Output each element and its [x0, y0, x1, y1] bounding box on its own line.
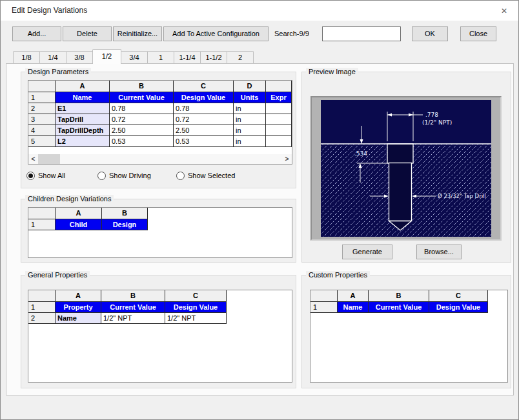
grid-corner-cell[interactable]: [28, 290, 56, 302]
preview-image-group: Preview Image: [301, 72, 511, 263]
close-button[interactable]: Close: [460, 26, 496, 41]
grid-cell[interactable]: Design: [102, 219, 148, 230]
grid-row-number[interactable]: 1: [28, 92, 56, 103]
grid-cell[interactable]: TapDrill: [56, 114, 110, 125]
grid-cell[interactable]: Name: [56, 313, 101, 324]
reinitialize-button[interactable]: Reinitialize...: [113, 26, 162, 41]
grid-cell[interactable]: [266, 103, 292, 114]
grid-cell[interactable]: 0.78: [110, 103, 174, 114]
grid-cell[interactable]: 2.50: [174, 125, 234, 136]
ok-button[interactable]: OK: [412, 26, 448, 41]
grid-row-number[interactable]: 1: [28, 302, 56, 313]
grid-cell[interactable]: in: [234, 136, 266, 147]
browse-button[interactable]: Browse...: [416, 245, 462, 259]
tab-3-8[interactable]: 3/8: [66, 51, 93, 63]
tab-1-2[interactable]: 1/2: [92, 49, 121, 64]
grid-row-number[interactable]: 3: [28, 114, 56, 125]
grid-cell[interactable]: Name: [338, 302, 369, 313]
grid-row: 4TapDrillDepth2.502.50in: [28, 125, 292, 136]
grid-corner-cell[interactable]: [28, 208, 56, 219]
grid-cell[interactable]: Property: [56, 302, 101, 313]
grid-column-header[interactable]: B: [102, 208, 148, 219]
grid-cell[interactable]: Design Value: [429, 302, 488, 313]
grid-row-number[interactable]: 4: [28, 125, 56, 136]
grid-cell[interactable]: Current Value: [369, 302, 429, 313]
grid-corner-cell[interactable]: [310, 290, 338, 302]
radio-circle-icon[interactable]: [26, 172, 35, 180]
grid-cell[interactable]: 0.53: [174, 136, 234, 147]
grid-corner-cell[interactable]: [28, 81, 56, 92]
grid-cell[interactable]: 1/2" NPT: [101, 313, 165, 324]
grid-header-row: ABC: [28, 290, 292, 302]
grid-cell[interactable]: 0.72: [110, 114, 174, 125]
grid-cell[interactable]: Current Value: [101, 302, 165, 313]
grid-row: 3TapDrill0.720.72in: [28, 114, 292, 125]
grid-column-header[interactable]: D: [234, 81, 266, 92]
radio-circle-icon[interactable]: [176, 172, 185, 180]
general-properties-label: General Properties: [25, 271, 90, 279]
horizontal-scrollbar[interactable]: <>: [28, 154, 292, 164]
radio-show-driving[interactable]: Show Driving: [97, 170, 151, 181]
grid-column-header[interactable]: B: [369, 290, 429, 302]
tab-3-4[interactable]: 3/4: [121, 51, 148, 63]
grid-row-number[interactable]: 1: [28, 219, 56, 230]
add-button[interactable]: Add...: [12, 26, 61, 41]
grid-row: 1PropertyCurrent ValueDesign Value: [28, 302, 292, 313]
grid-cell[interactable]: 2.50: [110, 125, 174, 136]
tab-2[interactable]: 2: [227, 51, 254, 63]
grid-column-header[interactable]: [266, 81, 292, 92]
close-icon[interactable]: ✕: [498, 5, 511, 17]
grid-row-number[interactable]: 5: [28, 136, 56, 147]
radio-show-selected[interactable]: Show Selected: [176, 170, 235, 181]
scroll-right-icon[interactable]: >: [282, 154, 292, 164]
tab-1-1-2[interactable]: 1-1/2: [200, 51, 227, 63]
scrollbar-thumb[interactable]: [38, 154, 60, 164]
grid-cell[interactable]: TapDrillDepth: [56, 125, 110, 136]
grid-cell[interactable]: [266, 125, 292, 136]
grid-row-number[interactable]: 1: [310, 302, 338, 313]
grid-cell[interactable]: in: [234, 103, 266, 114]
grid-cell[interactable]: 0.78: [174, 103, 234, 114]
grid-cell[interactable]: in: [234, 125, 266, 136]
grid-column-header[interactable]: A: [56, 290, 101, 302]
grid-row-number[interactable]: 2: [28, 313, 56, 324]
grid-cell[interactable]: 0.72: [174, 114, 234, 125]
grid-cell[interactable]: Current Value: [110, 92, 174, 103]
generate-button[interactable]: Generate: [342, 245, 392, 259]
grid-cell[interactable]: Design Value: [174, 92, 234, 103]
size-tabs: 1/81/43/81/23/411-1/41-1/22: [13, 49, 253, 63]
tab-1-8[interactable]: 1/8: [13, 51, 40, 63]
grid-cell[interactable]: 0.53: [110, 136, 174, 147]
grid-cell[interactable]: Design Value: [165, 302, 227, 313]
grid-column-header[interactable]: C: [429, 290, 488, 302]
grid-cell[interactable]: in: [234, 114, 266, 125]
search-label: Search-9/9: [274, 26, 309, 41]
tab-1[interactable]: 1: [147, 51, 174, 63]
search-input[interactable]: [322, 26, 401, 41]
grid-column-header[interactable]: A: [56, 208, 102, 219]
grid-cell[interactable]: Child: [56, 219, 102, 230]
radio-show-all[interactable]: Show All: [26, 170, 65, 181]
grid-row-number[interactable]: 2: [28, 103, 56, 114]
tab-1-1-4[interactable]: 1-1/4: [174, 51, 201, 63]
grid-column-header[interactable]: B: [110, 81, 174, 92]
radio-circle-icon[interactable]: [97, 172, 106, 180]
grid-cell[interactable]: Expr: [266, 92, 292, 103]
grid-cell[interactable]: 1/2" NPT: [165, 313, 227, 324]
grid-column-header[interactable]: C: [174, 81, 234, 92]
grid-cell[interactable]: L2: [56, 136, 110, 147]
grid-cell[interactable]: Units: [234, 92, 266, 103]
grid-column-header[interactable]: A: [56, 81, 110, 92]
tab-page: Design Parameters ABCD1NameCurrent Value…: [6, 63, 514, 395]
grid-cell[interactable]: E1: [56, 103, 110, 114]
grid-column-header[interactable]: C: [165, 290, 227, 302]
grid-cell[interactable]: [266, 136, 292, 147]
grid-column-header[interactable]: A: [338, 290, 369, 302]
scroll-left-icon[interactable]: <: [28, 154, 38, 164]
grid-cell[interactable]: Name: [56, 92, 110, 103]
grid-cell[interactable]: [266, 114, 292, 125]
tab-1-4[interactable]: 1/4: [39, 51, 66, 63]
add-to-active-configuration-button[interactable]: Add To Active Configuration: [163, 26, 269, 41]
delete-button[interactable]: Delete: [63, 26, 112, 41]
grid-column-header[interactable]: B: [101, 290, 165, 302]
